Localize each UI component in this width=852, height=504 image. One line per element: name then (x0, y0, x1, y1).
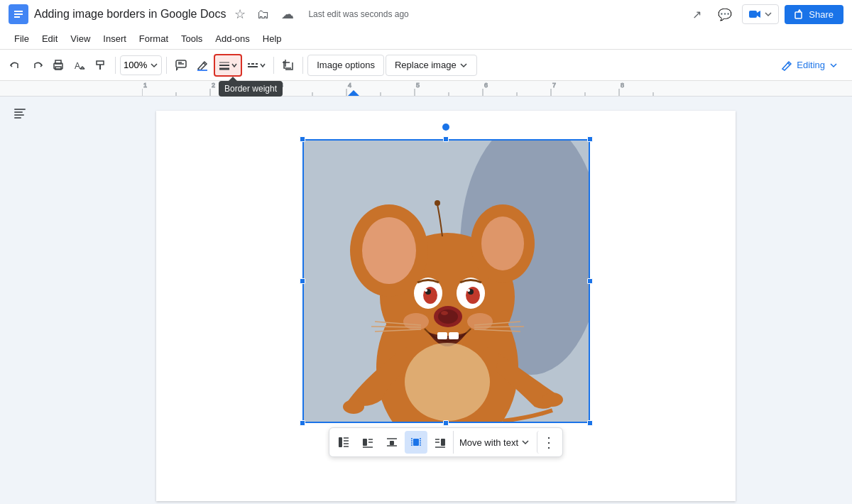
menu-tools[interactable]: Tools (175, 31, 208, 47)
smart-compose-button[interactable]: ↗ (685, 3, 708, 26)
svg-rect-99 (390, 441, 394, 445)
outline-icon[interactable] (9, 102, 31, 125)
svg-text:A: A (75, 61, 80, 71)
svg-point-70 (425, 289, 427, 292)
wrap-right-button[interactable] (429, 431, 452, 454)
move-text-dropdown-icon (521, 438, 530, 447)
menu-file[interactable]: File (9, 31, 35, 47)
svg-rect-55 (14, 117, 21, 119)
undo-icon (9, 59, 22, 72)
svg-rect-110 (441, 439, 445, 446)
comment-button[interactable]: 💬 (714, 3, 736, 26)
zoom-selector[interactable]: 100% (120, 55, 162, 75)
svg-rect-2 (14, 13, 23, 15)
menu-addons[interactable]: Add-ons (209, 31, 255, 47)
jerry-image (302, 139, 590, 423)
editing-pencil-icon (781, 60, 792, 71)
handle-bottom-left[interactable] (300, 420, 305, 426)
replace-image-button[interactable]: Replace image (386, 55, 477, 76)
menu-view[interactable]: View (65, 31, 96, 47)
spellcheck-button[interactable]: A (70, 54, 89, 77)
meet-dropdown-icon (764, 10, 772, 18)
svg-point-74 (441, 311, 448, 315)
share-button[interactable]: Share (785, 5, 843, 24)
svg-rect-77 (437, 332, 447, 339)
border-dash-button[interactable] (244, 54, 269, 77)
more-options-button[interactable]: ⋮ (537, 431, 559, 454)
wrap-center-button[interactable] (381, 431, 403, 454)
svg-rect-101 (413, 439, 419, 446)
crop-button[interactable] (278, 54, 298, 77)
svg-point-88 (435, 200, 440, 206)
svg-rect-94 (363, 439, 367, 446)
handle-bottom-center[interactable] (443, 420, 449, 426)
add-comment-button[interactable] (171, 54, 191, 77)
editing-dropdown-icon (829, 61, 838, 70)
menu-insert[interactable]: Insert (97, 31, 132, 47)
editing-mode-button[interactable]: Editing (772, 55, 846, 76)
move-with-text-button[interactable]: Move with text (453, 431, 535, 454)
svg-rect-4 (749, 11, 757, 18)
print-button[interactable] (48, 54, 68, 77)
paint-format-icon (94, 59, 107, 72)
border-weight-tooltip: Border weight (219, 81, 283, 97)
handle-top-right[interactable] (587, 136, 593, 142)
wrap-right-icon (434, 436, 447, 449)
star-button[interactable]: ☆ (231, 4, 248, 25)
doc-title: Adding image borders in Google Docs (34, 8, 226, 21)
wrap-full-button[interactable] (405, 431, 427, 454)
svg-point-71 (467, 289, 470, 292)
handle-top-center[interactable] (443, 136, 449, 142)
border-weight-button[interactable] (214, 54, 242, 77)
svg-line-80 (371, 327, 421, 327)
svg-line-83 (474, 327, 524, 327)
border-dash-icon (246, 59, 259, 72)
svg-rect-78 (449, 332, 459, 339)
separator-2 (166, 57, 167, 74)
replace-image-dropdown-icon (459, 61, 468, 70)
ruler: 1 2 3 4 5 6 7 8 (0, 81, 852, 97)
handle-middle-left[interactable] (300, 278, 305, 284)
image-wrapper: Move with text ⋮ (213, 139, 679, 423)
svg-text:6: 6 (484, 82, 488, 89)
redo-button[interactable] (27, 54, 47, 77)
handle-bottom-right[interactable] (587, 420, 593, 426)
menu-edit[interactable]: Edit (36, 31, 63, 47)
rotation-handle[interactable] (442, 124, 449, 131)
share-icon (794, 9, 804, 19)
cloud-button[interactable]: ☁ (278, 4, 297, 25)
svg-text:2: 2 (212, 82, 215, 89)
paint-format-button[interactable] (91, 54, 111, 77)
meet-button[interactable] (742, 4, 779, 24)
svg-rect-12 (99, 65, 101, 70)
wrap-inline-button[interactable] (332, 431, 355, 454)
redo-icon (31, 59, 43, 72)
toolbar: A 100% (0, 50, 852, 81)
svg-rect-89 (339, 437, 342, 447)
border-color-button[interactable] (192, 54, 212, 77)
selected-image-container[interactable]: Move with text ⋮ (302, 139, 590, 423)
folder-button[interactable]: 🗂 (254, 4, 273, 25)
print-icon (52, 59, 65, 72)
handle-top-left[interactable] (300, 136, 305, 142)
image-options-button[interactable]: Image options (307, 55, 384, 76)
svg-rect-17 (197, 70, 207, 71)
undo-button[interactable] (6, 54, 26, 77)
svg-rect-53 (14, 111, 23, 113)
border-color-icon (196, 59, 209, 72)
svg-rect-52 (14, 109, 26, 110)
menu-format[interactable]: Format (133, 31, 174, 47)
meet-icon (748, 8, 761, 21)
separator-1 (115, 57, 116, 74)
handle-middle-right[interactable] (587, 278, 593, 284)
app-icon (9, 4, 28, 24)
wrap-left-button[interactable] (356, 431, 379, 454)
svg-rect-3 (14, 16, 20, 18)
svg-rect-9 (55, 67, 61, 70)
svg-point-63 (481, 217, 524, 270)
menubar: File Edit View Insert Format Tools Add-o… (0, 28, 852, 50)
doc-area[interactable]: Move with text ⋮ (40, 97, 852, 504)
svg-rect-54 (14, 114, 24, 116)
svg-text:7: 7 (552, 82, 556, 89)
menu-help[interactable]: Help (257, 31, 288, 47)
